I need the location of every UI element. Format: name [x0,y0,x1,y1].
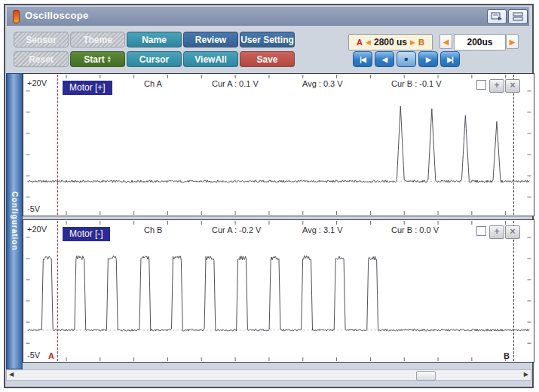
channel-a-waveform [23,74,534,216]
toolbar-row-1: Sensor Theme Name Review User Setting [14,32,295,47]
channel-b-title: Ch B [144,225,162,234]
channel-b-name-badge: Motor [-] [63,227,110,241]
scrollbar-thumb[interactable] [416,371,436,381]
scroll-left-icon[interactable]: ◀ [9,371,14,378]
channel-b-checkbox[interactable] [476,226,486,236]
cursor-a-label: A [357,38,363,47]
cursor-a-line[interactable] [57,75,58,215]
skip-forward-button[interactable]: ▶| [440,51,460,67]
channel-a-name-badge: Motor [+] [63,81,112,95]
skip-back-button[interactable]: |◀ [353,51,372,67]
channel-b-vmax-label: +20V [27,225,47,234]
scroll-right-icon[interactable]: ▶ [524,371,528,378]
channel-a-vmin-label: -5V [27,204,40,213]
start-spinner-icon: ▲▼ [107,56,112,63]
titlebar: Oscilloscope [7,7,529,26]
channel-b-cursor-a-value: Cur A : -0.2 V [212,225,261,234]
channel-a-cursor-b-value: Cur B : -0.1 V [391,79,442,88]
channel-b-close-icon[interactable]: × [505,225,520,239]
cursor-b-line[interactable] [513,221,514,361]
start-button-label: Start [84,54,104,65]
step-back-button[interactable]: ◀ [375,51,394,67]
channel-a-vmax-label: +20V [27,78,47,87]
user-setting-button[interactable]: User Setting [240,32,295,47]
cursor-a-line[interactable] [57,221,58,361]
channel-b-zoom-in-icon[interactable]: + [489,225,504,239]
app-window: Oscilloscope Sensor Theme Name Review Us… [4,4,534,388]
name-button[interactable]: Name [127,32,182,47]
channel-a-cursor-a-value: Cur A : 0.1 V [212,79,259,88]
window-title: Oscilloscope [25,10,89,21]
ab-interval-value: 2800 us [374,37,407,47]
step-forward-button[interactable]: ▶ [418,51,438,67]
cursor-b-label: B [418,38,424,47]
channel-b-cursor-b-value: Cur B : 0.0 V [391,225,439,234]
toolbar-row-2: Reset Start ▲▼ Cursor ViewAll Save [14,51,295,67]
configuration-sidebar[interactable]: Configuration [6,73,23,369]
channel-a-panel: +20V -5V Motor [+] Ch A Cur A : 0.1 V Av… [23,73,534,216]
channel-b-waveform [23,220,534,362]
channel-a-close-icon[interactable]: × [505,79,520,93]
review-button[interactable]: Review [183,32,238,47]
viewall-button[interactable]: ViewAll [183,51,238,67]
channel-b-avg-value: Avg : 3.1 V [302,225,343,234]
channel-a-title: Ch A [144,79,162,88]
playback-controls: |◀ ◀ ■ ▶ ▶| [353,51,460,67]
start-button[interactable]: Start ▲▼ [70,51,125,67]
save-button[interactable]: Save [240,51,295,67]
capture-window-glyph [491,12,503,21]
cursor-b-marker: B [504,351,510,360]
reset-button[interactable]: Reset [14,51,69,67]
stop-button[interactable]: ■ [397,51,416,67]
sensor-button[interactable]: Sensor [14,32,69,47]
channel-a-checkbox[interactable] [476,80,486,90]
timebase-value: 200us [454,34,506,51]
b-right-arrow-icon: ▶ [410,38,415,46]
cursor-b-line[interactable] [513,75,514,215]
capture-window-icon[interactable] [487,9,507,24]
configuration-sidebar-label: Configuration [11,191,19,251]
cursor-button[interactable]: Cursor [127,51,182,67]
layout-icon[interactable] [508,9,528,24]
channel-b-panel: +20V -5V Motor [-] Ch B Cur A : -0.2 V A… [23,219,534,363]
cursor-a-marker: A [48,351,54,360]
app-icon [13,10,20,23]
channel-b-vmin-label: -5V [27,351,40,360]
layout-glyph [513,12,523,21]
screenshot-stage: Oscilloscope Sensor Theme Name Review Us… [0,0,539,392]
ab-interval-readout: A ◀ 2800 us ▶ B [348,34,433,51]
channel-a-avg-value: Avg : 0.3 V [302,79,343,88]
timebase-decrease-button[interactable]: ◀ [439,34,452,49]
horizontal-scrollbar[interactable]: ◀ ▶ [6,369,531,381]
timebase-increase-button[interactable]: ▶ [506,34,519,49]
a-left-arrow-icon: ◀ [366,38,371,46]
theme-button[interactable]: Theme [70,32,125,47]
channel-a-zoom-in-icon[interactable]: + [489,79,504,93]
